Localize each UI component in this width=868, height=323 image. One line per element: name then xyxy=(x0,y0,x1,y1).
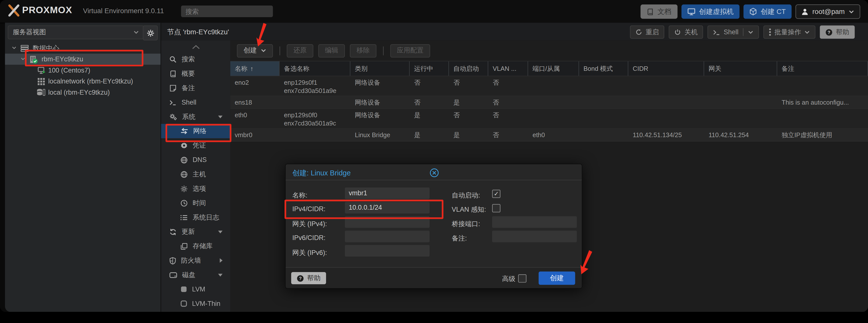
proxmox-window: PROXMOX Virtual Environment 9.0.11 文档 创建… xyxy=(0,0,868,312)
button-divider xyxy=(743,28,743,36)
nav-item-dns[interactable]: DNS xyxy=(161,152,230,167)
nav-item-network[interactable]: 网络 xyxy=(161,124,230,138)
square-outline-icon xyxy=(181,300,187,307)
shutdown-button[interactable]: 关机 xyxy=(669,25,703,38)
bulk-actions-button[interactable]: 批量操作 xyxy=(763,25,815,38)
cell-name: eno2 xyxy=(230,76,280,96)
table-row-eth0[interactable]: eth0 enp129s0f0enx7cd30a501a9c 网络设备 是 否 … xyxy=(230,109,868,129)
column-header-gateway[interactable]: 网关 xyxy=(704,61,777,76)
table-row-vmbr0[interactable]: vmbr0 Linux Bridge 是 是 否 eth0 110.42.51.… xyxy=(230,129,868,142)
nav-item-search[interactable]: 搜索 xyxy=(161,52,230,66)
autostart-checkbox[interactable]: ✓ xyxy=(492,189,500,198)
column-header-comment[interactable]: 备注 xyxy=(777,61,868,76)
nav-item-syslog[interactable]: 系统日志 xyxy=(161,210,230,225)
vlan-aware-label: VLAN 感知: xyxy=(452,205,486,215)
apply-config-button[interactable]: 应用配置 xyxy=(390,44,430,57)
column-header-ports[interactable]: 端口/从属 xyxy=(528,61,579,76)
svg-text:?: ? xyxy=(299,276,302,281)
nav-collapse-toggle[interactable] xyxy=(161,45,230,49)
view-selector[interactable]: 服务器视图 xyxy=(8,25,144,39)
user-menu-button[interactable]: root@pam xyxy=(796,4,860,19)
nav-item-firewall[interactable]: 防火墙 xyxy=(161,253,230,267)
column-header-name[interactable]: 名称↑ xyxy=(230,61,280,76)
column-header-bond-mode[interactable]: Bond 模式 xyxy=(579,61,628,76)
tree-item-localnetwork[interactable]: localnetwork (rbm-EYc9tkzu) xyxy=(5,76,160,87)
close-icon[interactable] xyxy=(292,168,576,178)
node-help-button[interactable]: ? 帮助 xyxy=(820,25,855,38)
dialog-create-button[interactable]: 创建 xyxy=(539,272,575,285)
cell-autostart: 是 xyxy=(449,96,488,108)
nav-item-options[interactable]: 选项 xyxy=(161,181,230,196)
create-ct-button[interactable]: 创建 CT xyxy=(744,4,792,19)
nav-item-time[interactable]: 时间 xyxy=(161,196,230,210)
cell-vlan: 否 xyxy=(488,96,528,108)
reboot-button[interactable]: 重启 xyxy=(630,25,664,38)
shield-icon xyxy=(169,257,176,264)
chevron-down-icon[interactable] xyxy=(748,30,753,34)
gear-icon xyxy=(147,29,154,37)
expanded-triangle-icon[interactable] xyxy=(218,230,223,233)
tree-item-local-storage[interactable]: local (rbm-EYc9tkzu) xyxy=(5,87,160,98)
dialog-help-button[interactable]: ? 帮助 xyxy=(291,272,326,284)
column-header-autostart[interactable]: 自动启动 xyxy=(449,61,488,76)
bridge-ports-input[interactable] xyxy=(492,216,577,228)
column-header-type[interactable]: 类别 xyxy=(350,61,410,76)
cell-type: 网络设备 xyxy=(350,96,410,108)
chevron-down-icon[interactable] xyxy=(21,58,25,61)
chevron-down-icon[interactable] xyxy=(12,46,17,50)
tree-item-datacenter[interactable]: 数据中心 xyxy=(5,42,160,54)
revert-button[interactable]: 还原 xyxy=(287,44,313,57)
sort-asc-icon: ↑ xyxy=(250,65,253,72)
power-icon xyxy=(675,29,681,36)
vlan-aware-checkbox[interactable] xyxy=(492,204,500,212)
ipv4-cidr-input[interactable]: 10.0.0.1/24 xyxy=(345,202,430,213)
autostart-label: 自动启动: xyxy=(452,191,480,200)
tree-settings-button[interactable] xyxy=(143,25,158,40)
create-dropdown-button[interactable]: 创建 xyxy=(237,44,273,57)
table-row-ens18[interactable]: ens18 网络设备 否 是 否 This is an autoconfigu.… xyxy=(230,96,868,109)
dialog-title-bar[interactable]: 创建: Linux Bridge xyxy=(285,164,582,180)
create-vm-button[interactable]: 创建虚拟机 xyxy=(681,4,740,19)
nav-item-certificates[interactable]: 凭证 xyxy=(161,138,230,152)
ipv4-cidr-label: IPv4/CIDR: xyxy=(292,205,326,213)
global-search-input[interactable] xyxy=(181,5,273,17)
terminal-icon xyxy=(713,29,720,35)
column-header-cidr[interactable]: CIDR xyxy=(628,61,704,76)
refresh-icon xyxy=(169,228,177,235)
edit-button[interactable]: 编辑 xyxy=(318,44,345,57)
gateway-ipv6-input[interactable] xyxy=(345,245,430,257)
nav-item-summary[interactable]: 概要 xyxy=(161,66,230,81)
tree-item-vm-100[interactable]: 100 (Centos7) xyxy=(5,65,160,76)
nav-item-shell[interactable]: Shell xyxy=(161,95,230,110)
cell-gateway xyxy=(704,96,777,108)
tree-item-node-rbm[interactable]: rbm-EYc9tkzu xyxy=(5,54,160,65)
documentation-button[interactable]: 文档 xyxy=(641,4,678,19)
nav-item-system[interactable]: 系统 xyxy=(161,110,230,124)
expanded-triangle-icon[interactable] xyxy=(218,115,223,118)
cell-gateway xyxy=(704,76,777,96)
column-header-active[interactable]: 运行中 xyxy=(410,61,449,76)
nav-item-hosts[interactable]: 主机 xyxy=(161,167,230,181)
bridge-ports-label: 桥接端口: xyxy=(452,220,480,229)
name-input[interactable]: vmbr1 xyxy=(345,188,430,199)
nav-item-lvm-thin[interactable]: LVM-Thin xyxy=(161,296,230,311)
cell-autostart: 是 xyxy=(449,129,488,141)
ipv6-cidr-input[interactable] xyxy=(345,230,430,242)
nav-item-repositories[interactable]: 存储库 xyxy=(161,239,230,253)
nav-item-updates[interactable]: 更新 xyxy=(161,225,230,239)
collapsed-triangle-icon[interactable] xyxy=(220,258,223,263)
nav-item-lvm[interactable]: LVM xyxy=(161,282,230,296)
gateway-ipv4-input[interactable] xyxy=(345,216,430,228)
nav-item-notes[interactable]: 备注 xyxy=(161,81,230,95)
column-header-altname[interactable]: 备选名称 xyxy=(280,61,350,76)
certificate-icon xyxy=(181,142,188,149)
expanded-triangle-icon[interactable] xyxy=(218,274,223,277)
remove-button[interactable]: 移除 xyxy=(350,44,376,57)
comment-input[interactable] xyxy=(492,230,577,242)
table-row-eno2[interactable]: eno2 enp129s0f1enx7cd30a501a9e 网络设备 否 否 … xyxy=(230,76,868,96)
advanced-checkbox[interactable] xyxy=(518,274,526,283)
shell-split-button[interactable]: Shell xyxy=(708,25,759,38)
nav-item-disks[interactable]: 磁盘 xyxy=(161,267,230,282)
column-header-vlan[interactable]: VLAN ... xyxy=(488,61,528,76)
cell-altname xyxy=(280,129,350,141)
